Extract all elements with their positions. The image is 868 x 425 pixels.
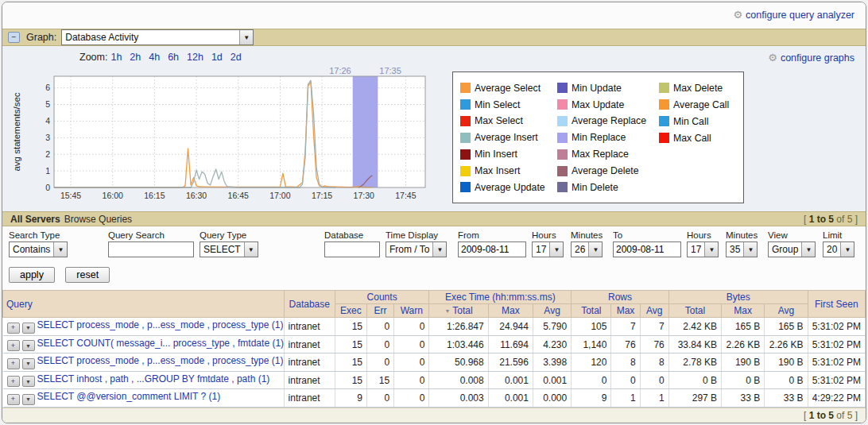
col-header-exec-time-max[interactable]: Max bbox=[488, 304, 533, 318]
value-cell: 15 bbox=[335, 318, 366, 336]
database-field: Database bbox=[324, 230, 380, 257]
value-cell: 3.398 bbox=[533, 354, 571, 372]
value-cell: 15 bbox=[335, 371, 366, 389]
zoom-link-1d[interactable]: 1d bbox=[211, 52, 223, 63]
query-analyzer-page: ⚙configure query analyzer − Graph: Datab… bbox=[2, 2, 866, 423]
query-row: +▼SELECT process_mode , p...ess_mode , p… bbox=[3, 354, 866, 372]
legend-label: Max Update bbox=[572, 99, 624, 110]
query-search-input[interactable] bbox=[108, 241, 194, 257]
from-minutes-label: Minutes bbox=[571, 230, 607, 240]
col-header-counts-err[interactable]: Err bbox=[367, 304, 394, 318]
zoom-link-6h[interactable]: 6h bbox=[168, 52, 179, 63]
col-header-bytes-total[interactable]: Total bbox=[668, 304, 721, 318]
col-header-exec-time-total[interactable]: ▼Total bbox=[429, 304, 488, 318]
legend-swatch-icon bbox=[659, 133, 669, 143]
query-link[interactable]: SELECT @@version_comment LIMIT ? (1) bbox=[37, 391, 221, 402]
apply-button[interactable]: apply bbox=[9, 267, 55, 283]
zoom-link-2d[interactable]: 2d bbox=[231, 52, 242, 63]
row-actions-button[interactable]: ▼ bbox=[22, 358, 35, 369]
database-label: Database bbox=[324, 230, 380, 240]
table-footer: [ 1 to 5 of 5 ] bbox=[2, 408, 866, 423]
value-cell: 33 B bbox=[722, 389, 765, 408]
value-cell: 11.694 bbox=[488, 335, 533, 354]
expand-row-button[interactable]: + bbox=[7, 323, 20, 334]
col-header-counts-warn[interactable]: Warn bbox=[394, 304, 429, 318]
col-header-rows-max[interactable]: Max bbox=[611, 304, 640, 318]
from-hours-select[interactable]: 17▼ bbox=[532, 241, 564, 257]
col-header-database[interactable]: Database bbox=[284, 291, 335, 318]
database-input[interactable] bbox=[324, 241, 380, 257]
to-minutes-select[interactable]: 35▼ bbox=[726, 241, 758, 257]
legend-item: Average Delete bbox=[557, 163, 659, 180]
query-link[interactable]: SELECT process_mode , p...ess_mode , pro… bbox=[37, 319, 284, 330]
to-hours-label: Hours bbox=[687, 230, 720, 240]
value-cell: 5:31:02 PM bbox=[808, 318, 865, 336]
value-cell: 0 bbox=[367, 335, 394, 354]
legend-swatch-icon bbox=[460, 83, 471, 93]
row-actions-button[interactable]: ▼ bbox=[22, 340, 35, 351]
graph-label: Graph: bbox=[26, 32, 56, 43]
configure-query-analyzer-link[interactable]: ⚙configure query analyzer bbox=[733, 9, 854, 21]
collapse-graph-button[interactable]: − bbox=[8, 32, 20, 43]
expand-row-button[interactable]: + bbox=[7, 358, 20, 369]
view-label: View bbox=[768, 230, 817, 240]
legend-label: Min Call bbox=[673, 116, 708, 127]
query-search-field: Query Search bbox=[108, 230, 194, 257]
legend-swatch-icon bbox=[659, 99, 669, 110]
col-header-counts-exec[interactable]: Exec bbox=[335, 304, 366, 318]
col-header-bytes-max[interactable]: Max bbox=[722, 304, 765, 318]
x-tick-label: 17:00 bbox=[269, 191, 290, 200]
to-date-input[interactable] bbox=[613, 241, 681, 257]
col-header-rows-avg[interactable]: Avg bbox=[640, 304, 668, 318]
zoom-link-4h[interactable]: 4h bbox=[149, 52, 160, 63]
legend-label: Max Insert bbox=[475, 165, 520, 176]
graph-select[interactable]: Database Activity ▼ bbox=[61, 29, 254, 45]
from-minutes-select[interactable]: 26▼ bbox=[571, 241, 603, 257]
reset-button[interactable]: reset bbox=[65, 267, 110, 283]
col-header-exec-time-avg[interactable]: Avg bbox=[533, 304, 571, 318]
value-cell: 0 B bbox=[765, 371, 808, 389]
search-type-select[interactable]: Contains▼ bbox=[9, 241, 68, 257]
zoom-link-12h[interactable]: 12h bbox=[187, 52, 203, 63]
legend-item: Max Replace bbox=[557, 146, 659, 163]
value-cell: 0 bbox=[394, 335, 429, 354]
y-tick-label: 4 bbox=[45, 116, 50, 126]
zoom-link-1h[interactable]: 1h bbox=[110, 52, 122, 63]
limit-select[interactable]: 20▼ bbox=[823, 241, 854, 257]
query-link[interactable]: SELECT inhost , path , ...GROUP BY fmtda… bbox=[37, 373, 270, 384]
query-link[interactable]: SELECT process_mode , p...ess_mode , pro… bbox=[37, 355, 284, 366]
col-header-first-seen[interactable]: First Seen bbox=[808, 291, 865, 318]
query-type-select[interactable]: SELECT▼ bbox=[200, 241, 258, 257]
row-actions-button[interactable]: ▼ bbox=[22, 376, 35, 387]
from-date-input[interactable] bbox=[458, 241, 526, 257]
query-link[interactable]: SELECT COUNT( message_i... process_type … bbox=[37, 338, 285, 349]
database-cell: intranet bbox=[284, 389, 335, 408]
legend-label: Max Call bbox=[673, 133, 711, 144]
value-cell: 0 bbox=[394, 318, 429, 336]
browse-queries-bar: All Servers Browse Queries [ 1 to 5 of 5… bbox=[2, 211, 866, 226]
value-cell: 76 bbox=[640, 335, 668, 354]
x-tick-label: 16:00 bbox=[103, 191, 123, 200]
view-select[interactable]: Group▼ bbox=[768, 241, 816, 257]
sort-desc-icon: ▼ bbox=[444, 308, 450, 314]
expand-row-button[interactable]: + bbox=[7, 340, 20, 351]
col-header-query[interactable]: Query bbox=[3, 291, 285, 318]
query-row: +▼SELECT process_mode , p...ess_mode , p… bbox=[3, 318, 866, 336]
time-display-field: Time DisplayFrom / To▼ bbox=[386, 230, 452, 257]
legend-swatch-icon bbox=[557, 182, 568, 192]
expand-row-button[interactable]: + bbox=[7, 394, 20, 405]
time-display-select[interactable]: From / To▼ bbox=[386, 241, 447, 257]
activity-chart: 012345615:4516:0016:1516:3016:4517:0017:… bbox=[9, 67, 440, 203]
y-tick-label: 1 bbox=[45, 166, 50, 176]
expand-row-button[interactable]: + bbox=[7, 376, 20, 387]
value-cell: 1 bbox=[611, 389, 640, 408]
row-actions-button[interactable]: ▼ bbox=[22, 323, 35, 334]
col-header-bytes-avg[interactable]: Avg bbox=[765, 304, 808, 318]
to-hours-select[interactable]: 17▼ bbox=[687, 241, 719, 257]
zoom-link-2h[interactable]: 2h bbox=[130, 52, 141, 63]
band-to-label: 17:35 bbox=[379, 67, 401, 75]
row-actions-button[interactable]: ▼ bbox=[22, 394, 35, 405]
configure-graphs-link[interactable]: ⚙configure graphs bbox=[768, 52, 854, 64]
time-selection-band[interactable] bbox=[353, 76, 378, 187]
col-header-rows-total[interactable]: Total bbox=[572, 304, 611, 318]
